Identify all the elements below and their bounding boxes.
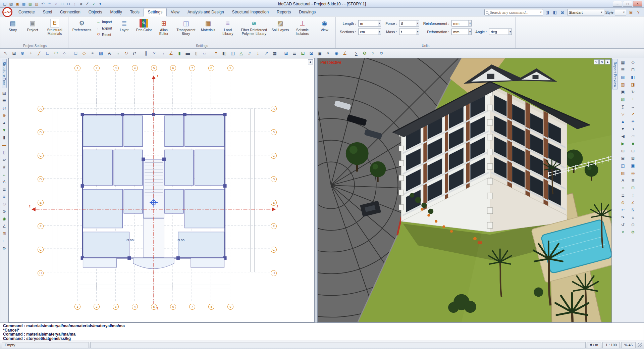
copy-icon[interactable]: ⊡ (59, 1, 65, 7)
grid-view-icon[interactable]: ⊞ (629, 184, 637, 192)
move-icon[interactable]: ↔ (114, 49, 122, 57)
angle-unit-select[interactable]: deg▾ (489, 29, 512, 35)
print-icon[interactable]: ▥ (27, 1, 33, 7)
ruler-view-icon[interactable]: ↕ (629, 192, 637, 199)
rail-settings-icon[interactable]: ⚙ (1, 245, 8, 252)
stair-icon[interactable]: ≡ (212, 49, 220, 57)
camera-icon[interactable]: ▣ (316, 49, 324, 57)
mass-unit-select[interactable]: t▾ (399, 29, 419, 35)
select-node-icon[interactable]: ◎ (1, 104, 8, 112)
leader-icon[interactable]: ↗ (262, 49, 270, 57)
sum-report-icon[interactable]: ∑ (619, 103, 627, 110)
ribbon-preferences-button[interactable]: ⚙ Preferences (70, 17, 94, 44)
draw-polyline-icon[interactable]: ∟ (44, 49, 52, 57)
tree-icon[interactable]: ☰ (1, 97, 8, 104)
home-view-icon[interactable]: ⌂ (629, 214, 637, 221)
print-preview-icon[interactable]: ▤ (34, 1, 40, 7)
ruler-icon[interactable]: ↕ (72, 1, 78, 7)
walls-icon[interactable]: ▯ (1, 149, 8, 156)
snap-icon[interactable]: ⊞ (1, 230, 8, 237)
ribbon-load-library-button[interactable]: ≡ Load Library (218, 17, 237, 44)
view-3d-icon[interactable]: ◇ (629, 59, 637, 66)
ribbon-tab[interactable]: Reports (273, 8, 295, 16)
column-icon[interactable]: ▮ (175, 49, 183, 57)
axes-icon[interactable]: # (1, 163, 8, 171)
ribbon-seismic-isolators-button[interactable]: ⊥ Seismic Isolators (290, 17, 314, 44)
group-icon[interactable]: ⊡ (299, 49, 307, 57)
preset-select[interactable]: Standart▾ (567, 9, 604, 15)
ribbon-soil-layers-button[interactable]: ▨ Soil Layers (270, 17, 290, 44)
north-icon[interactable]: N (629, 206, 637, 214)
camera-view-icon[interactable]: ▣ (629, 162, 637, 169)
new-file-icon[interactable]: ▢ (2, 1, 8, 7)
fill-icon[interactable]: ▨ (619, 169, 627, 177)
north-toggle-button[interactable]: N (599, 59, 604, 64)
shade-icon[interactable]: ◑ (629, 125, 637, 133)
prev-page-icon[interactable]: ↶ (619, 206, 627, 214)
story-down-icon[interactable]: ▼ (1, 127, 8, 134)
help-icon[interactable]: ? (635, 9, 642, 15)
properties-icon[interactable]: ≡ (1, 193, 8, 200)
fillet-icon[interactable]: ∠ (167, 49, 175, 57)
isolate-icon[interactable]: ◉ (1, 215, 8, 222)
draw-rectangle-icon[interactable]: □ (72, 49, 80, 57)
story-up-icon[interactable]: ▲ (1, 119, 8, 127)
ribbon-tab[interactable]: Connection (56, 8, 85, 16)
render-icon[interactable]: ◉ (332, 49, 340, 57)
draw-line-icon[interactable]: ╱ (35, 49, 43, 57)
table-icon[interactable]: ⊞ (628, 9, 634, 15)
force-unit-select[interactable]: tf▾ (399, 20, 419, 27)
offset-icon[interactable]: ∥ (142, 49, 150, 57)
view-side-icon[interactable]: ◨ (629, 81, 637, 88)
ribbon-layer-button[interactable]: ≣ Layer (114, 17, 134, 44)
sort-desc-icon[interactable]: ▼ (619, 125, 627, 133)
ribbon-tab[interactable]: View (167, 8, 183, 16)
align-center-icon[interactable]: ≣ (619, 192, 627, 199)
ribbon-reset-button[interactable]: ↺Reset (95, 32, 113, 37)
paste-icon[interactable]: ⊟ (65, 1, 71, 7)
pane-splitter[interactable] (315, 58, 317, 322)
window-icon[interactable]: ◫ (229, 49, 237, 57)
ribbon-transparent-story-button[interactable]: ◫ Transparent Story (174, 17, 198, 44)
sun-icon[interactable]: ☀ (324, 49, 332, 57)
beams-icon[interactable]: ▬ (1, 141, 8, 149)
sections-unit-select[interactable]: cm▾ (358, 29, 381, 35)
ribbon-story-button[interactable]: ▤ Story (3, 17, 22, 44)
open-file-icon[interactable]: ▧ (8, 1, 14, 7)
ribbon-view-button[interactable]: ◉ View (315, 17, 334, 44)
report-table-icon[interactable]: ▦ (619, 59, 627, 66)
slabs-icon[interactable]: ▱ (1, 156, 8, 163)
close-button[interactable]: × (633, 1, 642, 7)
ortho-icon[interactable]: ∟ (1, 237, 8, 245)
ribbon-import-button[interactable]: →Import (95, 19, 113, 24)
info-icon[interactable]: ? (369, 49, 377, 57)
zoom-report-icon[interactable]: ⊕ (619, 199, 627, 206)
angle-icon[interactable]: ∠ (85, 1, 91, 7)
slab-icon[interactable]: ▱ (201, 49, 209, 57)
ribbon-tab[interactable]: Modify (106, 8, 126, 16)
minimize-button[interactable]: – (613, 1, 622, 7)
spline-icon[interactable]: ≈ (89, 49, 97, 57)
dims-icon[interactable]: ↔ (1, 171, 8, 178)
sum-icon[interactable]: ∑ (352, 49, 360, 57)
report-preview-tab[interactable]: Report Preview (612, 59, 618, 90)
structure-tree-tab[interactable]: Structure Tree (2, 59, 7, 88)
ribbon-tab[interactable]: Objects (85, 8, 106, 16)
status-unit-toggle[interactable]: tf / m (587, 342, 601, 348)
wall-icon[interactable]: ▯ (192, 49, 200, 57)
axis-icon[interactable]: # (78, 1, 84, 7)
clip-icon[interactable]: ⊠ (629, 155, 637, 162)
app-menu-button[interactable]: ideCAD (2, 7, 12, 17)
door-icon[interactable]: ◧ (220, 49, 228, 57)
next-page-icon[interactable]: ↷ (619, 214, 627, 221)
dimension-icon[interactable]: ↕ (254, 49, 262, 57)
maximize-button[interactable]: □ (623, 1, 632, 7)
cut-icon[interactable]: × (53, 1, 59, 7)
add-node-icon[interactable]: ⊕ (1, 112, 8, 119)
status-scale[interactable]: 1 : 100 (602, 342, 620, 348)
length-unit-select[interactable]: m▾ (358, 20, 381, 27)
view-top-icon[interactable]: ⊡ (629, 66, 637, 73)
perspective-view-canvas[interactable]: Perspective ▽N▲ (317, 58, 612, 322)
export-report-icon[interactable]: ▥ (619, 81, 627, 88)
refresh-report-icon[interactable]: ↺ (619, 221, 627, 229)
